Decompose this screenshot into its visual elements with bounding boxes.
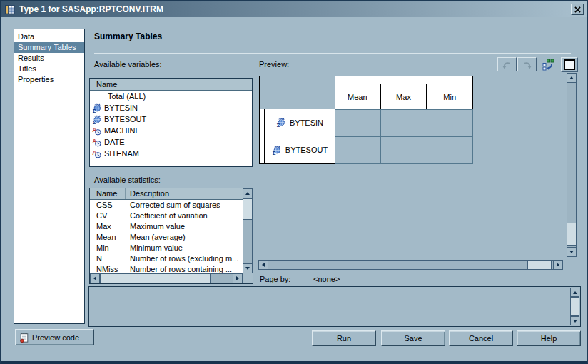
help-button[interactable]: Help	[517, 330, 581, 346]
preview-label: Preview:	[259, 60, 289, 69]
message-area	[88, 286, 581, 327]
sidebar-item-data[interactable]: Data	[14, 31, 84, 42]
available-statistics-label: Available statistics:	[94, 176, 161, 184]
numeric-variable-icon	[272, 146, 281, 155]
close-icon	[574, 6, 581, 13]
character-variable-icon	[92, 138, 101, 147]
statistics-scroll-down-icon[interactable]	[243, 263, 253, 273]
numeric-variable-icon	[92, 103, 101, 113]
pivot-row-headers: BYTESIN BYTESOUT	[264, 109, 335, 164]
character-variable-icon	[92, 126, 101, 136]
statistic-row-cv[interactable]: CVCoefficient of variation	[90, 211, 243, 221]
pivot-column-header-max[interactable]: Max	[381, 84, 427, 109]
pivot-data-cell[interactable]	[380, 109, 427, 137]
sidebar-list: Data Summary Tables Results Titles Prope…	[14, 29, 85, 324]
pivot-data-cell[interactable]	[380, 136, 427, 164]
message-vscroll-thumb[interactable]	[570, 297, 579, 316]
pivot-table-icon	[542, 59, 554, 71]
statistics-scroll-up-icon[interactable]	[243, 188, 253, 198]
dialog-window: Type 1 for SASApp:RPTCONV.ITRM Data Summ…	[0, 0, 588, 364]
pivot-corner-cell[interactable]	[259, 76, 335, 110]
pivot-row-header-bytesout[interactable]: BYTESOUT	[265, 136, 335, 163]
sidebar-item-titles[interactable]: Titles	[14, 64, 84, 74]
numeric-variable-icon	[92, 115, 101, 124]
window-title: Type 1 for SASApp:RPTCONV.ITRM	[19, 4, 163, 14]
table-icon	[5, 4, 16, 15]
statistic-row-mean[interactable]: MeanMean (average)	[90, 232, 243, 243]
character-variable-icon	[92, 149, 101, 158]
message-scroll-up-icon[interactable]	[570, 288, 579, 297]
sidebar-item-properties[interactable]: Properties	[14, 74, 84, 85]
pivot-data-grid	[335, 109, 473, 163]
save-button[interactable]: Save	[381, 330, 445, 346]
preview-scroll-down-icon[interactable]	[567, 247, 577, 257]
variables-name-header[interactable]: Name	[90, 79, 252, 91]
pivot-table-button[interactable]	[539, 57, 557, 71]
variable-item-machine[interactable]: MACHINE	[90, 125, 252, 136]
statistics-scroll-right-icon[interactable]	[233, 273, 243, 283]
statistics-description-header[interactable]: Description	[126, 188, 243, 199]
variable-item-sitenam[interactable]: SITENAM	[90, 148, 252, 159]
statistics-hscroll-thumb[interactable]	[100, 273, 211, 283]
statistics-header-row: Name Description	[90, 188, 243, 200]
pivot-row-header-bytesin[interactable]: BYTESIN	[265, 109, 335, 136]
notepad-icon	[19, 333, 29, 343]
statistic-row-n[interactable]: NNumber of rows (excluding m...	[90, 253, 243, 264]
statistic-row-min[interactable]: MinMinimum value	[90, 243, 243, 253]
preview-hscroll-track[interactable]	[258, 260, 563, 270]
page-by-value[interactable]: <none>	[313, 275, 340, 283]
preview-scroll-left-icon[interactable]	[258, 260, 268, 270]
statistic-row-css[interactable]: CSSCorrected sum of squares	[90, 200, 243, 211]
preview-scroll-right-icon[interactable]	[553, 260, 563, 270]
preview-code-button[interactable]: Preview code	[15, 329, 94, 345]
statistics-scroll-left-icon[interactable]	[90, 273, 100, 283]
pivot-data-cell[interactable]	[427, 136, 474, 164]
pivot-column-header-mean[interactable]: Mean	[335, 84, 381, 109]
redo-button[interactable]	[517, 57, 537, 71]
redo-icon	[522, 59, 532, 70]
pivot-column-headers: Mean Max Min	[335, 84, 473, 110]
available-statistics-list: Name Description CSSCorrected sum of squ…	[89, 188, 253, 284]
preview-scroll-up-icon[interactable]	[567, 73, 577, 83]
variable-item-bytesin[interactable]: BYTESIN	[90, 102, 252, 113]
numeric-variable-icon	[276, 118, 285, 127]
page-title: Summary Tables	[94, 31, 162, 41]
available-variables-list: Name Total (ALL) BYTESIN BYTESOUT MACHIN…	[89, 78, 253, 167]
page-by-label: Page by:	[260, 275, 290, 283]
footer-divider	[6, 348, 585, 350]
variable-item-bytesout[interactable]: BYTESOUT	[90, 113, 252, 125]
sidebar-item-results[interactable]: Results	[14, 53, 84, 64]
statistic-row-max[interactable]: MaxMaximum value	[90, 221, 243, 232]
sidebar-item-summary-tables[interactable]: Summary Tables	[14, 42, 84, 53]
pivot-data-cell[interactable]	[335, 109, 382, 137]
close-button[interactable]	[571, 4, 584, 15]
variable-item-total[interactable]: Total (ALL)	[90, 91, 252, 102]
available-variables-label: Available variables:	[94, 60, 162, 69]
window-layout-button[interactable]	[561, 57, 578, 72]
titlebar: Type 1 for SASApp:RPTCONV.ITRM	[1, 1, 587, 17]
pivot-column-header-min[interactable]: Min	[427, 84, 472, 109]
undo-icon	[502, 59, 512, 70]
preview-vscroll-thumb[interactable]	[567, 223, 577, 246]
message-scroll-down-icon[interactable]	[570, 316, 579, 325]
statistics-table: Name Description CSSCorrected sum of squ…	[90, 188, 243, 273]
heading-divider	[94, 51, 571, 54]
preview-hscroll-thumb[interactable]	[527, 260, 552, 270]
run-button[interactable]: Run	[312, 330, 376, 346]
cancel-button[interactable]: Cancel	[449, 330, 513, 346]
statistics-vscroll-thumb[interactable]	[243, 198, 253, 220]
undo-button[interactable]	[497, 57, 517, 71]
variable-item-date[interactable]: DATE	[90, 136, 252, 148]
pivot-data-cell[interactable]	[427, 109, 474, 137]
statistics-name-header[interactable]: Name	[90, 188, 126, 199]
pivot-data-cell[interactable]	[335, 136, 382, 164]
window-icon	[564, 59, 575, 70]
